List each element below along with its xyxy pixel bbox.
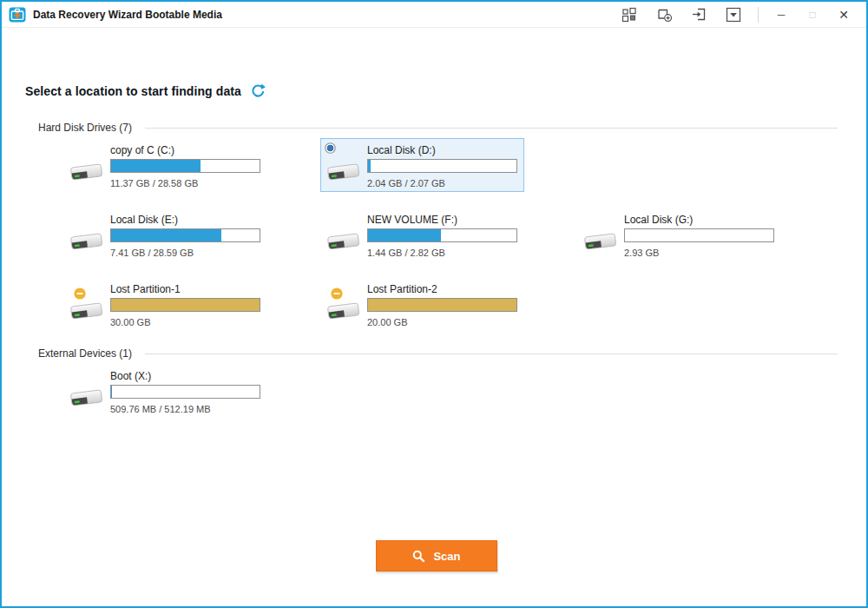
capacity-bar xyxy=(110,385,260,399)
capacity-bar xyxy=(367,159,517,173)
section-label: Hard Disk Drives (7) xyxy=(38,122,132,134)
section-header-hard-disks: Hard Disk Drives (7) xyxy=(38,122,838,134)
section-divider xyxy=(145,354,838,354)
scan-button-label: Scan xyxy=(433,550,460,563)
capacity-bar xyxy=(624,228,774,242)
drive-tile[interactable]: Boot (X:)509.76 MB / 512.19 MB xyxy=(63,364,267,418)
drive-name: Lost Partition-2 xyxy=(367,283,437,295)
capacity-bar xyxy=(110,159,260,173)
page-title: Select a location to start finding data xyxy=(25,84,241,98)
titlebar-actions: ─ □ ✕ xyxy=(612,2,866,27)
section-header-external: External Devices (1) xyxy=(38,347,838,360)
capacity-bar xyxy=(367,298,517,312)
add-device-button[interactable] xyxy=(647,2,681,27)
section-divider xyxy=(145,128,838,129)
hard-disk-grid: copy of C (C:)11.37 GB / 28.58 GBLocal D… xyxy=(63,138,781,331)
capacity-bar xyxy=(110,298,260,312)
capacity-bar-fill xyxy=(368,299,516,311)
import-icon xyxy=(691,6,707,23)
search-icon xyxy=(412,550,425,563)
drive-name: Local Disk (E:) xyxy=(110,214,178,226)
drive-tile[interactable]: Local Disk (D:)2.04 GB / 2.07 GB xyxy=(320,138,524,192)
drive-name: NEW VOLUME (F:) xyxy=(367,214,457,226)
capacity-bar-fill xyxy=(111,299,260,311)
window-title: Data Recovery Wizard Bootable Media xyxy=(33,9,222,21)
add-device-icon xyxy=(656,6,673,23)
drive-tile[interactable]: Local Disk (G:)2.93 GB xyxy=(577,208,781,261)
hard-drive-icon xyxy=(67,384,105,410)
drive-name: Lost Partition-1 xyxy=(110,283,181,295)
drive-name: Local Disk (G:) xyxy=(624,214,693,226)
app-logo-icon xyxy=(9,6,26,23)
drive-name: copy of C (C:) xyxy=(110,144,174,156)
drive-size: 2.04 GB / 2.07 GB xyxy=(367,178,445,188)
minimize-button[interactable]: ─ xyxy=(766,2,797,27)
capacity-bar-fill xyxy=(111,160,201,172)
hard-drive-icon xyxy=(324,228,362,254)
external-devices-grid: Boot (X:)509.76 MB / 512.19 MB xyxy=(63,364,781,418)
radio-selected-icon[interactable] xyxy=(325,142,336,153)
app-window: Data Recovery Wizard Bootable Media xyxy=(0,0,868,608)
apps-grid-icon xyxy=(621,7,637,23)
capacity-bar-fill xyxy=(368,160,371,172)
drive-size: 1.44 GB / 2.82 GB xyxy=(367,248,445,258)
menu-dropdown-icon xyxy=(726,7,741,23)
drive-tile[interactable]: copy of C (C:)11.37 GB / 28.58 GB xyxy=(63,138,267,192)
drive-name: Local Disk (D:) xyxy=(367,144,436,156)
section-label: External Devices (1) xyxy=(38,347,132,360)
lost-badge-icon xyxy=(331,287,343,300)
capacity-bar-fill xyxy=(111,386,112,398)
scan-button[interactable]: Scan xyxy=(376,540,497,572)
refresh-icon[interactable] xyxy=(251,83,266,98)
close-button[interactable]: ✕ xyxy=(828,2,859,27)
hard-drive-icon xyxy=(324,297,362,323)
capacity-bar xyxy=(367,228,517,242)
lost-badge-icon xyxy=(74,287,86,300)
drive-size: 7.41 GB / 28.59 GB xyxy=(110,248,194,258)
hard-drive-icon xyxy=(67,297,105,323)
titlebar: Data Recovery Wizard Bootable Media xyxy=(2,2,866,28)
hard-drive-icon xyxy=(581,228,619,254)
hard-drive-icon xyxy=(67,228,105,254)
apps-grid-button[interactable] xyxy=(612,2,647,27)
menu-dropdown-button[interactable] xyxy=(716,2,751,27)
drive-tile[interactable]: NEW VOLUME (F:)1.44 GB / 2.82 GB xyxy=(320,208,524,261)
drive-size: 509.76 MB / 512.19 MB xyxy=(110,404,211,414)
capacity-bar xyxy=(110,228,260,242)
capacity-bar-fill xyxy=(111,229,221,241)
drive-tile[interactable]: Lost Partition-220.00 GB xyxy=(320,277,524,331)
hard-drive-icon xyxy=(67,158,105,184)
drive-tile[interactable]: Lost Partition-130.00 GB xyxy=(63,277,267,331)
maximize-button: □ xyxy=(797,2,828,27)
drive-size: 2.93 GB xyxy=(624,248,659,258)
drive-size: 20.00 GB xyxy=(367,317,407,327)
hard-drive-icon xyxy=(324,158,362,184)
drive-name: Boot (X:) xyxy=(110,370,151,382)
drive-tile[interactable]: Local Disk (E:)7.41 GB / 28.59 GB xyxy=(63,208,267,261)
import-button[interactable] xyxy=(681,2,716,27)
drive-size: 11.37 GB / 28.58 GB xyxy=(110,178,198,188)
capacity-bar-fill xyxy=(368,229,441,241)
drive-size: 30.00 GB xyxy=(110,317,150,327)
titlebar-separator xyxy=(758,7,759,23)
page-header: Select a location to start finding data xyxy=(25,83,266,98)
